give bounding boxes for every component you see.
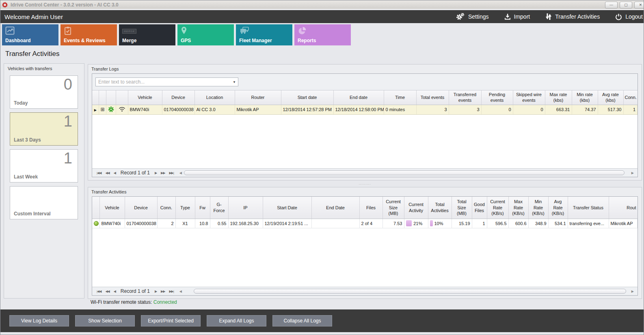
- export-print-selected-button[interactable]: Export/Print Selected: [141, 315, 201, 326]
- act-col-fw[interactable]: Fw: [195, 197, 210, 219]
- log-col-conn[interactable]: Conn.: [623, 90, 638, 105]
- log-col-avg-rate[interactable]: Avg rate (kbs): [598, 90, 623, 105]
- log-cell-end-date: 12/18/2014 12:58:00 PM: [333, 105, 384, 114]
- search-combo[interactable]: ▼: [95, 77, 238, 86]
- nav-prev-page-icon[interactable]: ◀◀: [105, 290, 109, 293]
- expand-row-icon[interactable]: ⊞: [101, 107, 105, 112]
- act-col-start-date[interactable]: Start Date: [263, 197, 311, 219]
- log-col-skipped-wire-events[interactable]: Skipped wire events: [513, 90, 545, 105]
- minimize-button[interactable]: —: [605, 2, 618, 9]
- log-col-pending-events[interactable]: Pending events: [481, 90, 513, 105]
- expand-all-logs-button[interactable]: Expand All Logs: [207, 315, 266, 326]
- nav-prev-icon[interactable]: ◀: [114, 171, 116, 175]
- log-col-router[interactable]: Router: [235, 90, 281, 105]
- transfer-activities-table: Vehicle Device Conn. Type Fw G-Force IP …: [92, 197, 638, 228]
- card-last-3-days[interactable]: 1 Last 3 Days: [10, 112, 78, 146]
- tile-fleet-manager[interactable]: Fleet Manager: [236, 24, 292, 45]
- nav-prev-page-icon[interactable]: ◀◀: [105, 171, 109, 175]
- nav-last-icon[interactable]: ▶▶|: [169, 290, 173, 293]
- transfer-logs-grid: ▼ Vehicle Device Loca: [92, 73, 638, 177]
- tile-events-reviews[interactable]: Events & Reviews: [61, 24, 117, 45]
- log-col-end-date[interactable]: End date: [333, 90, 384, 105]
- app-icon: [2, 2, 7, 7]
- maximize-button[interactable]: ▢: [620, 2, 632, 9]
- card-last-week[interactable]: 1 Last Week: [10, 149, 78, 183]
- show-selection-button[interactable]: Show Selection: [75, 315, 135, 326]
- nav-next-icon[interactable]: ▶: [155, 290, 157, 293]
- act-col-ip[interactable]: IP: [228, 197, 263, 219]
- logout-button[interactable]: Logout: [615, 13, 643, 20]
- log-col-total-events[interactable]: Total events: [416, 90, 449, 105]
- nav-last-icon[interactable]: ▶▶|: [169, 171, 173, 175]
- act-col-total-activities[interactable]: Total Activities: [428, 197, 452, 219]
- act-col-current-rate[interactable]: Current Rate (KB/s): [487, 197, 508, 219]
- card-today[interactable]: 0 Today: [10, 75, 78, 109]
- import-button[interactable]: Import: [504, 13, 530, 20]
- act-col-router[interactable]: Rout: [609, 197, 638, 219]
- nav-next-page-icon[interactable]: ▶▶: [161, 171, 165, 175]
- title-bar[interactable]: Idrive Control Center - 3.0.2 version - …: [0, 0, 644, 9]
- collapse-all-logs-button[interactable]: Collapse All Logs: [272, 315, 332, 326]
- tile-dashboard[interactable]: Dashboard: [2, 24, 58, 45]
- log-col-max-rate[interactable]: Max rate (kbs): [545, 90, 572, 105]
- import-icon: [504, 13, 511, 20]
- act-col-type[interactable]: Type: [175, 197, 195, 219]
- settings-button[interactable]: Settings: [456, 13, 489, 20]
- scroll-right-icon[interactable]: ▶: [631, 171, 634, 175]
- act-col-total-size[interactable]: Total Size (MB): [452, 197, 472, 219]
- card-custom-interval[interactable]: Custom Interval: [10, 186, 78, 219]
- close-button[interactable]: ✕: [634, 2, 644, 9]
- act-cell-max-rate: 600.6: [508, 219, 528, 228]
- nav-first-icon[interactable]: |◀◀: [97, 171, 101, 175]
- combo-dropdown-icon[interactable]: ▼: [231, 80, 238, 84]
- act-col-vehicle[interactable]: Vehicle: [99, 197, 125, 219]
- log-col-device[interactable]: Device: [162, 90, 194, 105]
- log-col-min-rate[interactable]: Min rate (kbs): [572, 90, 598, 105]
- act-col-good-files[interactable]: Good Files: [472, 197, 487, 219]
- log-cell-vehicle: BMW740i: [128, 105, 162, 114]
- log-col-location[interactable]: Location: [194, 90, 235, 105]
- transfer-log-row[interactable]: ▶ ⊞ BMW74: [92, 105, 638, 114]
- wifi-icon: [119, 107, 125, 112]
- transfer-activity-row[interactable]: BMW740i 017040000038 2 X1 10.8 0.55 192.…: [92, 219, 638, 228]
- view-log-details-button[interactable]: View Log Details: [9, 315, 69, 326]
- transfer-activities-button[interactable]: Transfer Activities: [545, 13, 600, 20]
- log-col-start-date[interactable]: Start date: [281, 90, 333, 105]
- custom-interval-label: Custom Interval: [14, 211, 51, 217]
- scroll-left-icon[interactable]: ◀: [179, 171, 182, 175]
- logs-horizontal-scrollbar[interactable]: ◀ ▶: [178, 170, 635, 175]
- settings-label: Settings: [468, 13, 489, 20]
- nav-first-icon[interactable]: |◀◀: [97, 290, 101, 293]
- nav-next-page-icon[interactable]: ▶▶: [161, 290, 165, 293]
- act-col-current-activity[interactable]: Current Activity: [404, 197, 428, 219]
- search-input[interactable]: [96, 79, 231, 85]
- act-col-current-size[interactable]: Current Size (MB): [383, 197, 404, 219]
- act-col-transfer-status[interactable]: Transfer Status: [568, 197, 609, 219]
- log-cell-min-rate: 74.37: [572, 105, 598, 114]
- tile-merge[interactable]: MERGE Merge: [119, 24, 175, 45]
- act-col-files[interactable]: Files: [359, 197, 383, 219]
- act-cell-current-activity: 21%: [404, 219, 428, 228]
- acts-scrollbar-thumb[interactable]: [194, 289, 626, 294]
- act-col-device[interactable]: Device: [125, 197, 157, 219]
- log-col-transferred-events[interactable]: Transferred events: [449, 90, 481, 105]
- nav-next-icon[interactable]: ▶: [155, 171, 157, 175]
- scroll-right-icon[interactable]: ▶: [631, 290, 634, 293]
- act-col-end-date[interactable]: End Date: [311, 197, 359, 219]
- log-col-time[interactable]: Time: [384, 90, 416, 105]
- act-col-gforce[interactable]: G-Force: [210, 197, 228, 219]
- top-bar: Welcome Admin User Settings Import: [0, 10, 644, 23]
- act-col-max-rate[interactable]: Max Rate (KB/s): [508, 197, 528, 219]
- log-col-vehicle[interactable]: Vehicle: [128, 90, 162, 105]
- logs-scrollbar-thumb[interactable]: [184, 170, 625, 175]
- tile-reports[interactable]: Reports: [294, 24, 351, 45]
- scroll-left-icon[interactable]: ◀: [179, 290, 182, 293]
- act-col-min-rate[interactable]: Min Rate (KB/s): [528, 197, 548, 219]
- panel-splitter[interactable]: ·········: [88, 183, 642, 186]
- tile-gps[interactable]: GPS: [177, 24, 234, 45]
- act-col-conn[interactable]: Conn.: [157, 197, 175, 219]
- nav-prev-icon[interactable]: ◀: [114, 290, 116, 293]
- act-col-avg-rate[interactable]: Avg Rate (KB/s): [548, 197, 568, 219]
- logs-search-toolbar: ▼: [92, 74, 638, 90]
- acts-horizontal-scrollbar[interactable]: ◀ ▶: [178, 289, 635, 294]
